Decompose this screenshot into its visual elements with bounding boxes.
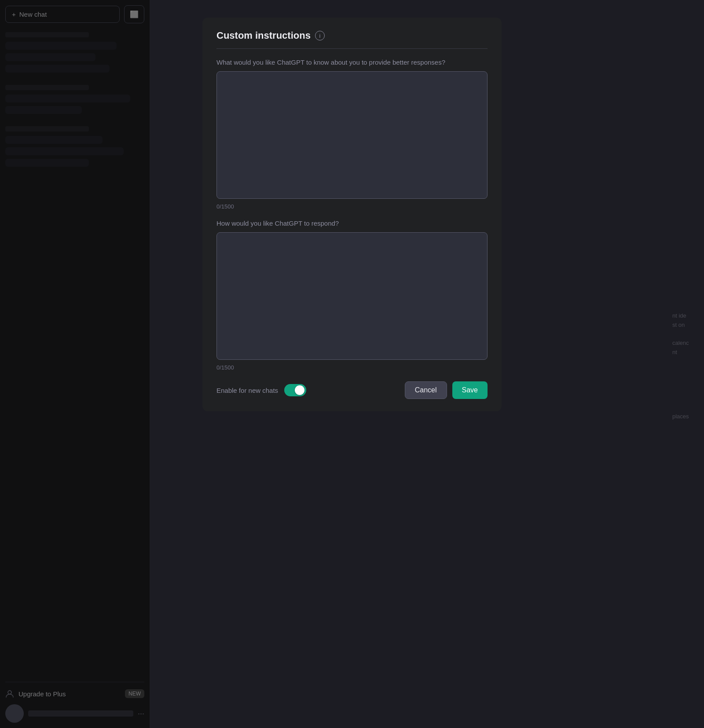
custom-instructions-modal: Custom instructions i What would you lik… — [202, 18, 502, 411]
toggle-thumb — [295, 385, 304, 395]
modal-overlay: Custom instructions i What would you lik… — [0, 0, 704, 728]
save-button[interactable]: Save — [452, 381, 488, 399]
toggle-track[interactable] — [284, 384, 306, 396]
section1-label: What would you like ChatGPT to know abou… — [216, 58, 488, 67]
section2-label: How would you like ChatGPT to respond? — [216, 219, 488, 228]
info-icon[interactable]: i — [315, 31, 325, 40]
section-1: What would you like ChatGPT to know abou… — [216, 58, 488, 210]
modal-footer: Enable for new chats Cancel Save — [216, 381, 488, 399]
char-count-2: 0/1500 — [216, 364, 488, 371]
modal-title: Custom instructions — [216, 30, 311, 41]
footer-buttons: Cancel Save — [405, 381, 488, 399]
respond-style-textarea[interactable] — [216, 232, 488, 360]
enable-toggle[interactable] — [284, 384, 306, 396]
info-icon-text: i — [319, 33, 320, 39]
section-2: How would you like ChatGPT to respond? 0… — [216, 219, 488, 371]
cancel-button[interactable]: Cancel — [405, 381, 447, 399]
enable-for-new-chats-row: Enable for new chats — [216, 384, 306, 396]
enable-label: Enable for new chats — [216, 387, 278, 394]
char-count-1: 0/1500 — [216, 203, 488, 210]
about-me-textarea[interactable] — [216, 71, 488, 199]
modal-header: Custom instructions i — [216, 30, 488, 49]
